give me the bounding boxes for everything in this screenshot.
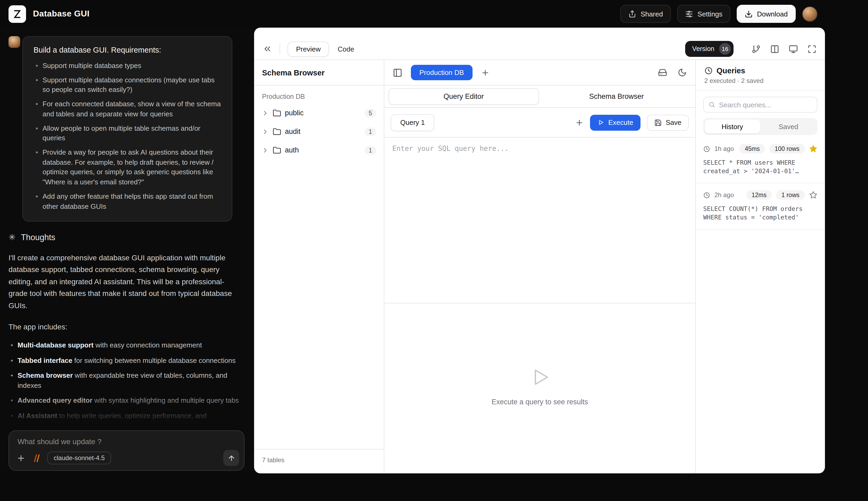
shared-label: Shared [641,10,663,18]
header-actions: Shared Settings Download [621,5,817,23]
split-view-button[interactable] [770,44,779,53]
tab-history[interactable]: History [705,119,760,134]
thoughts-header[interactable]: ✳ Thoughts [9,233,243,242]
user-avatar[interactable] [802,6,817,22]
desktop-background: Database GUI Shared Settings Download Bu… [0,0,868,501]
thoughts-section: ✳ Thoughts I'll create a comprehensive d… [9,233,243,421]
star-icon-filled[interactable] [809,145,817,153]
query-tab-1[interactable]: Query 1 [391,114,435,131]
folder-icon [273,146,281,154]
monitor-icon [789,44,798,53]
share-icon [628,10,636,18]
view-tabs: Query Editor Schema Browser [384,86,695,108]
play-outline-icon [529,366,551,388]
download-button[interactable]: Download [737,5,796,23]
query-tab-bar: Query 1 Execute Save [384,108,695,138]
connection-bar: Production DB [384,60,695,86]
connections-manager-button[interactable] [658,68,667,77]
connection-bar-actions [658,68,687,77]
send-button[interactable] [223,450,239,466]
preview-panel: Preview Code Version 16 [254,28,825,473]
settings-button[interactable]: Settings [677,5,730,23]
rows-badge: 100 rows [770,144,805,153]
schema-db-label: Production DB [254,86,384,104]
fullscreen-button[interactable] [807,44,816,53]
duration-badge: 12ms [746,190,772,200]
save-icon [655,119,662,126]
sliders-icon [685,10,693,18]
history-item[interactable]: 2h ago 12ms 1 rows SELECT COUNT(*) FROM … [696,183,825,230]
app-frame: Schema Browser Production DB public 5 au… [254,60,825,473]
version-button[interactable]: Version 16 [685,41,733,57]
model-selector[interactable]: claude-sonnet-4.5 [47,451,111,464]
star-icon[interactable] [809,191,817,199]
code-tab[interactable]: Code [331,42,361,56]
queries-stats: 2 executed · 2 saved [704,77,816,84]
toggle-schema-panel-button[interactable] [393,68,402,77]
composer-input[interactable] [9,431,244,446]
schema-folder-auth[interactable]: auth 1 [254,141,384,159]
brand: Database GUI [9,5,89,23]
open-in-new-window-button[interactable] [789,44,798,53]
preview-tab[interactable]: Preview [288,41,329,56]
requirement-item: Support multiple database types [33,61,221,71]
queries-title: Queries [717,66,745,75]
download-label: Download [757,10,788,18]
history-sql: SELECT * FROM users WHERE created_at > '… [703,158,817,175]
queries-header: Queries 2 executed · 2 saved [696,60,825,91]
play-icon [598,119,605,126]
history-item[interactable]: 1h ago 45ms 100 rows SELECT * FROM users… [696,137,825,183]
schema-folder-public[interactable]: public 5 [254,104,384,122]
dark-mode-toggle[interactable] [678,68,687,77]
add-query-tab-button[interactable] [575,118,584,127]
composer-toolbar: claude-sonnet-4.5 [17,450,239,466]
table-count-badge: 5 [364,109,376,117]
styles-button[interactable] [32,454,41,462]
chat-composer[interactable]: claude-sonnet-4.5 [9,430,244,471]
chevron-right-icon [262,146,269,154]
schema-tree: public 5 audit 1 auth 1 [254,104,384,159]
tab-saved[interactable]: Saved [761,119,816,134]
shared-button[interactable]: Shared [621,5,671,23]
add-connection-button[interactable] [481,68,489,77]
message-author-avatar [9,36,20,48]
save-query-button[interactable]: Save [647,115,689,130]
plus-icon [481,68,489,77]
duration-badge: 45ms [739,144,765,153]
rows-badge: 1 rows [776,190,805,200]
chevron-right-icon [262,109,269,117]
history-time: 1h ago [714,145,735,153]
results-empty-text: Execute a query to see results [491,398,588,406]
connection-tab-production-db[interactable]: Production DB [411,65,473,80]
clock-icon [703,145,710,152]
thoughts-includes-label: The app includes: [9,321,237,333]
query-search-input[interactable] [719,101,812,109]
download-icon [745,10,753,18]
thoughts-heading: Thoughts [21,233,55,242]
schema-folder-audit[interactable]: audit 1 [254,122,384,141]
folder-icon [273,127,281,136]
results-empty-state: Execute a query to see results [384,303,695,473]
execute-button[interactable]: Execute [590,115,641,130]
panel-left-icon [393,68,402,77]
history-clock-icon [704,66,713,75]
tab-schema-browser[interactable]: Schema Browser [542,88,691,105]
user-message-title: Build a database GUI. Requirements: [33,46,221,54]
query-actions: Execute Save [575,115,689,130]
preview-toolbar: Preview Code Version 16 [254,28,825,60]
requirement-item: Support multiple database connections (m… [33,75,221,95]
table-count-badge: 1 [364,146,376,154]
moon-icon [678,68,687,77]
folder-icon [273,109,281,117]
tab-query-editor[interactable]: Query Editor [389,88,539,105]
sql-editor[interactable] [384,138,695,303]
app-title: Database GUI [33,9,89,19]
view-mode-switch: Preview Code [288,41,361,56]
plus-icon [17,454,25,462]
chat-sidebar: Build a database GUI. Requirements: Supp… [0,28,254,473]
requirement-item: For each connected database, show a view… [33,99,221,119]
fork-button[interactable] [752,44,761,53]
requirements-list: Support multiple database types Support … [33,61,221,212]
collapse-chat-button[interactable] [263,44,272,54]
attach-button[interactable] [17,454,25,462]
